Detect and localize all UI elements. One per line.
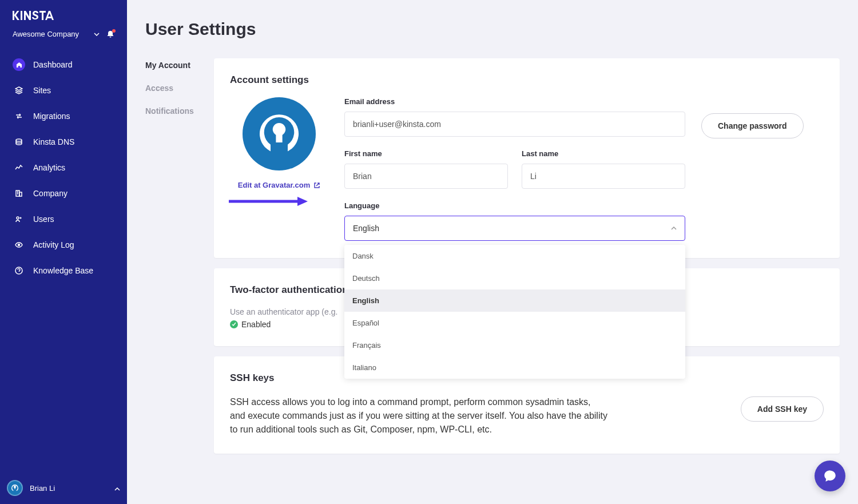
avatar bbox=[7, 480, 23, 496]
language-block: Language English Dansk Deutsch English E… bbox=[344, 201, 685, 241]
language-option[interactable]: Dansk bbox=[344, 245, 685, 267]
svg-marker-7 bbox=[297, 197, 308, 206]
sidebar-item-knowledge-base[interactable]: Knowledge Base bbox=[5, 259, 122, 283]
svg-point-4 bbox=[18, 244, 20, 246]
avatar-column: Edit at Gravatar.com bbox=[230, 97, 328, 189]
sidebar-item-label: Activity Log bbox=[33, 240, 74, 249]
arrow-annotation bbox=[229, 196, 309, 207]
check-icon bbox=[230, 320, 238, 328]
svg-rect-0 bbox=[21, 11, 22, 20]
home-icon bbox=[13, 58, 25, 71]
bell-icon[interactable] bbox=[106, 30, 114, 38]
eye-icon bbox=[13, 239, 25, 251]
sidebar-item-label: Kinsta DNS bbox=[33, 137, 74, 146]
sidebar-user[interactable]: Brian Li bbox=[0, 472, 127, 504]
sidebar-item-sites[interactable]: Sites bbox=[5, 78, 122, 102]
sidebar-item-dns[interactable]: Kinsta DNS bbox=[5, 130, 122, 154]
sidebar: Awesome Company Dashboard Sites Migratio bbox=[0, 0, 127, 504]
language-option[interactable]: English bbox=[344, 289, 685, 312]
sidebar-item-analytics[interactable]: Analytics bbox=[5, 156, 122, 180]
sidebar-item-label: Migrations bbox=[33, 112, 70, 121]
language-label: Language bbox=[344, 201, 685, 210]
dns-icon bbox=[13, 136, 25, 148]
chevron-up-icon bbox=[114, 484, 120, 493]
language-option[interactable]: Deutsch bbox=[344, 267, 685, 289]
chat-fab[interactable] bbox=[815, 461, 845, 491]
first-name-label: First name bbox=[344, 149, 508, 158]
company-switcher[interactable]: Awesome Company bbox=[0, 26, 127, 51]
panel-title: Account settings bbox=[230, 74, 824, 86]
language-selected: English bbox=[353, 224, 379, 233]
account-settings-panel: Account settings Edit at Gravatar.com bbox=[214, 58, 840, 258]
sidebar-item-dashboard[interactable]: Dashboard bbox=[5, 53, 122, 77]
sidebar-nav: Dashboard Sites Migrations Kinsta DNS An… bbox=[0, 51, 127, 472]
ssh-desc: SSH access allows you to log into a comm… bbox=[230, 395, 607, 436]
svg-rect-2 bbox=[19, 192, 22, 196]
migrate-icon bbox=[13, 110, 25, 122]
subnav-access[interactable]: Access bbox=[145, 84, 214, 93]
users-icon bbox=[13, 213, 25, 225]
subnav-my-account[interactable]: My Account bbox=[145, 61, 214, 70]
svg-point-3 bbox=[17, 217, 19, 219]
layers-icon bbox=[13, 84, 25, 97]
sidebar-item-label: Users bbox=[33, 215, 54, 224]
subnav-notifications[interactable]: Notifications bbox=[145, 106, 214, 116]
email-field[interactable] bbox=[344, 112, 685, 137]
company-name: Awesome Company bbox=[13, 30, 79, 38]
gravatar-link[interactable]: Edit at Gravatar.com bbox=[238, 181, 320, 189]
brand-logo bbox=[0, 0, 127, 26]
first-name-field[interactable] bbox=[344, 164, 508, 189]
subnav: My Account Access Notifications bbox=[145, 58, 214, 454]
sidebar-item-label: Analytics bbox=[33, 163, 65, 172]
sidebar-item-migrations[interactable]: Migrations bbox=[5, 104, 122, 128]
chevron-down-icon bbox=[94, 33, 100, 36]
notification-dot bbox=[112, 29, 116, 33]
sidebar-item-activity-log[interactable]: Activity Log bbox=[5, 233, 122, 257]
external-icon bbox=[313, 182, 320, 189]
last-name-label: Last name bbox=[522, 149, 685, 158]
fields-column: Email address First name Last name bbox=[344, 97, 685, 241]
last-name-field[interactable] bbox=[522, 164, 685, 189]
language-option[interactable]: Español bbox=[344, 312, 685, 334]
twofa-enabled-label: Enabled bbox=[241, 320, 271, 329]
email-label: Email address bbox=[344, 97, 685, 106]
change-password-column: Change password bbox=[701, 97, 824, 138]
gravatar-link-label: Edit at Gravatar.com bbox=[238, 181, 310, 189]
help-icon bbox=[13, 264, 25, 277]
chevron-up-icon bbox=[671, 227, 677, 230]
change-password-button[interactable]: Change password bbox=[701, 113, 804, 138]
main: User Settings My Account Access Notifica… bbox=[127, 0, 858, 504]
sidebar-item-users[interactable]: Users bbox=[5, 207, 122, 231]
building-icon bbox=[13, 187, 25, 200]
sidebar-item-label: Knowledge Base bbox=[33, 266, 93, 275]
current-user-name: Brian Li bbox=[30, 484, 55, 493]
page-title: User Settings bbox=[127, 0, 858, 39]
language-option[interactable]: Français bbox=[344, 334, 685, 356]
add-ssh-key-button[interactable]: Add SSH key bbox=[741, 396, 824, 422]
chat-icon bbox=[823, 469, 837, 483]
content-row: My Account Access Notifications Account … bbox=[127, 39, 858, 454]
avatar bbox=[243, 97, 316, 170]
sidebar-item-company[interactable]: Company bbox=[5, 181, 122, 205]
sidebar-item-label: Dashboard bbox=[33, 60, 73, 69]
analytics-icon bbox=[13, 161, 25, 174]
language-option[interactable]: Italiano bbox=[344, 356, 685, 379]
sidebar-item-label: Sites bbox=[33, 86, 51, 95]
language-dropdown: Dansk Deutsch English Español Français I… bbox=[344, 245, 685, 379]
language-select[interactable]: English bbox=[344, 216, 685, 241]
sidebar-item-label: Company bbox=[33, 189, 67, 198]
